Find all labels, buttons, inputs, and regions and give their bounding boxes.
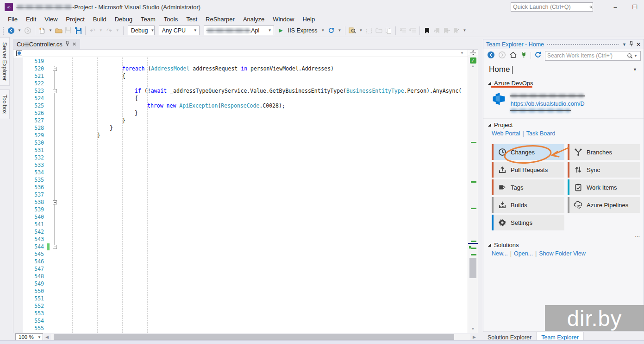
scroll-up-icon[interactable]: ▲ xyxy=(468,64,478,69)
redo-button[interactable]: ↷ xyxy=(105,25,113,36)
increase-indent-button[interactable] xyxy=(408,25,417,36)
section-header-solutions[interactable]: Solutions xyxy=(483,239,644,249)
selection-box-icon[interactable] xyxy=(365,25,373,36)
run-button[interactable]: ▶ xyxy=(277,25,285,36)
scroll-right-icon[interactable]: ▶ xyxy=(470,335,478,339)
clear-bookmarks-button[interactable] xyxy=(452,25,460,36)
navigate-back-dropdown[interactable]: ▼ xyxy=(17,28,22,32)
home-button[interactable] xyxy=(509,51,517,60)
team-explorer-header[interactable]: Team Explorer - Home ▼ ✕ xyxy=(483,39,644,49)
tile-pull-requests[interactable]: Pull Requests xyxy=(492,162,564,178)
tile-builds[interactable]: Builds xyxy=(492,197,564,213)
document-tab[interactable]: CuController.cs ✕ xyxy=(13,39,80,49)
menu-help[interactable]: Help xyxy=(298,15,319,24)
undo-dropdown[interactable]: ▼ xyxy=(98,28,104,32)
fold-collapse-box[interactable] xyxy=(53,89,57,93)
vertical-scrollbar[interactable]: ✓ ▲ ▼ xyxy=(468,50,478,333)
new-file-button[interactable] xyxy=(38,25,46,36)
pin-panel-icon[interactable] xyxy=(629,41,633,48)
editor-navigation-bar[interactable]: ▼ xyxy=(13,50,478,57)
editor-zoom-dropdown[interactable]: 100 %▼ xyxy=(15,333,43,341)
open-file-button[interactable] xyxy=(55,25,63,36)
redo-dropdown[interactable]: ▼ xyxy=(115,28,120,32)
side-tab-toolbox[interactable]: Toolbox xyxy=(0,89,10,119)
navigate-forward-button[interactable] xyxy=(24,25,32,36)
new-file-dropdown[interactable]: ▼ xyxy=(48,28,53,32)
menu-build[interactable]: Build xyxy=(89,15,111,24)
tile-tags[interactable]: Tags xyxy=(492,179,564,195)
tile-work-items[interactable]: Work Items xyxy=(568,179,640,195)
code-editor-surface[interactable]: 519520foreach (AddressModel addressReque… xyxy=(13,57,469,333)
refresh-dropdown[interactable]: ▼ xyxy=(337,28,343,32)
tile-azure-pipelines[interactable]: Azure Pipelines xyxy=(568,197,640,213)
tile-sync[interactable]: Sync xyxy=(568,162,640,178)
toolbar-drag-handle[interactable] xyxy=(2,26,5,35)
window-position-dropdown-icon[interactable]: ▼ xyxy=(622,42,626,47)
horizontal-scroll-thumb[interactable] xyxy=(54,334,454,340)
fold-collapse-box[interactable] xyxy=(53,245,57,249)
fold-collapse-box[interactable] xyxy=(53,67,57,71)
scroll-left-icon[interactable]: ◀ xyxy=(43,335,51,339)
save-all-button[interactable] xyxy=(74,25,82,36)
menu-analyze[interactable]: Analyze xyxy=(239,15,269,24)
link-web-portal[interactable]: Web Portal xyxy=(492,130,520,137)
devops-url[interactable]: https://ob.visualstudio.com/D xyxy=(511,101,585,107)
vertical-scroll-thumb[interactable] xyxy=(469,258,476,278)
prev-bookmark-button[interactable] xyxy=(432,25,441,36)
tile-changes[interactable]: Changes xyxy=(492,144,564,160)
link-open-[interactable]: Open... xyxy=(514,250,533,257)
menu-resharper[interactable]: ReSharper xyxy=(201,15,239,24)
menu-team[interactable]: Team xyxy=(137,15,160,24)
platform-dropdown[interactable]: Any CPU▼ xyxy=(159,25,200,35)
search-options-dropdown[interactable]: ▼ xyxy=(633,54,638,58)
resharper-status-icon[interactable]: ✓ xyxy=(470,57,476,64)
startup-project-dropdown[interactable]: .Api▼ xyxy=(204,25,274,35)
folder-disabled-icon[interactable] xyxy=(375,25,383,36)
copy-disabled-icon[interactable] xyxy=(384,25,393,36)
link-new-[interactable]: New... xyxy=(492,250,508,257)
refresh-button[interactable] xyxy=(534,51,542,60)
menu-edit[interactable]: Edit xyxy=(22,15,40,24)
editor-split-handle[interactable] xyxy=(468,50,478,56)
menu-debug[interactable]: Debug xyxy=(111,15,137,24)
close-tab-icon[interactable]: ✕ xyxy=(72,41,76,47)
back-button[interactable] xyxy=(487,51,495,61)
find-in-files-button[interactable] xyxy=(348,25,356,36)
pin-tab-icon[interactable] xyxy=(65,41,69,48)
page-dropdown-icon[interactable]: ▼ xyxy=(633,67,639,72)
find-options-dropdown[interactable]: ▼ xyxy=(358,28,363,32)
link-show-folder-view[interactable]: Show Folder View xyxy=(539,250,586,257)
save-button[interactable] xyxy=(64,25,73,36)
toggle-bookmark-button[interactable] xyxy=(423,25,431,36)
toolbar-overflow-dropdown[interactable]: ▼ xyxy=(462,28,467,32)
menu-file[interactable]: File xyxy=(4,15,22,24)
undo-button[interactable]: ↶ xyxy=(88,25,97,36)
tile-branches[interactable]: Branches xyxy=(568,144,640,160)
run-dropdown[interactable]: ▼ xyxy=(320,28,326,32)
next-bookmark-button[interactable] xyxy=(442,25,450,36)
panel-drag-grip[interactable] xyxy=(547,44,619,46)
navigate-back-button[interactable] xyxy=(7,25,15,36)
tile-settings[interactable]: Settings xyxy=(492,215,564,230)
work-items-search-box[interactable]: ▼ xyxy=(545,51,641,61)
menu-window[interactable]: Window xyxy=(269,15,298,24)
decrease-indent-button[interactable] xyxy=(399,25,407,36)
section-header-project[interactable]: Project xyxy=(483,119,644,129)
navbar-dropdown-icon[interactable]: ▼ xyxy=(460,51,464,55)
menu-project[interactable]: Project xyxy=(62,15,88,24)
section-header-azure-devops[interactable]: Azure DevOps xyxy=(483,77,644,88)
menu-tools[interactable]: Tools xyxy=(160,15,182,24)
minimize-button[interactable]: – xyxy=(610,4,621,11)
menu-test[interactable]: Test xyxy=(182,15,201,24)
link-task-board[interactable]: Task Board xyxy=(526,130,556,137)
refresh-button[interactable] xyxy=(327,25,336,36)
work-items-search-input[interactable] xyxy=(547,52,627,59)
maximize-button[interactable]: ☐ xyxy=(629,4,640,11)
connect-plug-icon[interactable] xyxy=(520,51,527,60)
scroll-down-icon[interactable]: ▼ xyxy=(468,326,478,332)
fold-collapse-box[interactable] xyxy=(53,200,57,204)
forward-button[interactable] xyxy=(498,51,506,61)
quick-launch-input[interactable] xyxy=(511,4,589,10)
menu-view[interactable]: View xyxy=(40,15,62,24)
close-panel-icon[interactable]: ✕ xyxy=(636,41,641,48)
